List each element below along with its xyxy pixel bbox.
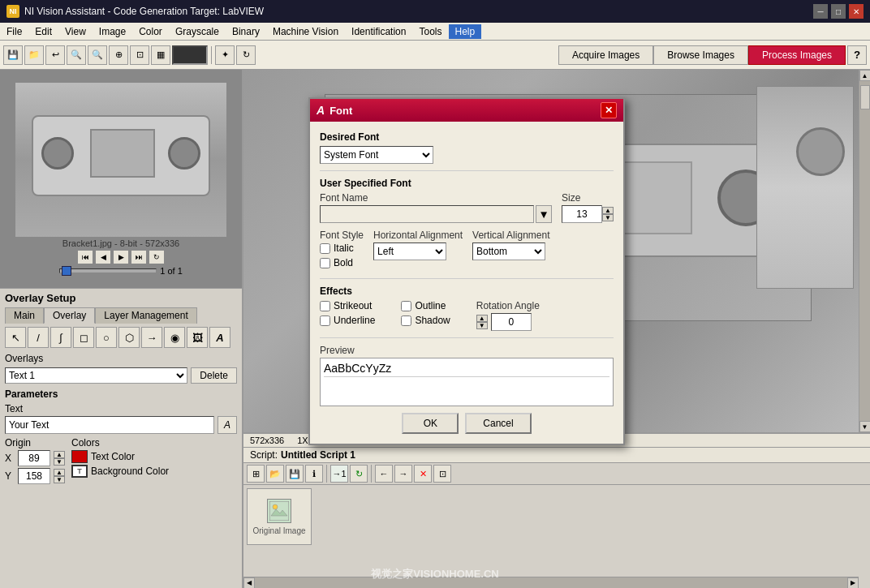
effects-middle-col: Outline Shadow [401,300,450,329]
shadow-checkbox[interactable] [401,315,411,326]
underline-row: Underline [320,315,375,326]
dialog-title-icon: A [317,104,325,117]
outline-row: Outline [401,300,450,311]
italic-label: Italic [334,242,354,254]
size-label: Size [562,192,614,204]
cancel-button[interactable]: Cancel [465,413,531,434]
effects-label: Effects [320,285,614,297]
preview-line [324,376,609,377]
divider-3 [320,337,614,338]
size-col: Size ▲ ▼ [562,192,614,223]
italic-row: Italic [320,242,364,254]
divider-2 [320,278,614,279]
v-align-select[interactable]: Top Center Bottom [472,242,545,260]
dialog-titlebar: A Font ✕ [310,99,623,122]
size-up[interactable]: ▲ [602,207,614,214]
rotation-spinner[interactable]: ▲ ▼ [476,315,488,329]
dialog-overlay: A Font ✕ Desired Font System Font User S… [0,0,870,588]
font-style-label: Font Style [320,230,364,241]
bold-checkbox[interactable] [320,258,330,268]
preview-field: Preview AaBbCcYyZz [320,345,614,406]
font-style-col: Font Style Italic Bold [320,230,364,272]
font-name-label: Font Name [320,192,552,204]
shadow-row: Shadow [401,315,450,326]
rotation-row: ▲ ▼ [476,313,540,331]
v-align-col: Vertical Alignment Top Center Bottom [472,230,549,260]
divider-1 [320,170,614,171]
outline-checkbox[interactable] [401,301,411,311]
dialog-buttons: OK Cancel [320,413,614,434]
strikeout-label: Strikeout [334,300,372,311]
v-align-label: Vertical Alignment [472,230,549,241]
preview-box: AaBbCcYyZz [320,358,614,406]
size-spinner[interactable]: ▲ ▼ [602,207,614,221]
h-align-label: Horizontal Alignment [373,230,463,241]
desired-font-select[interactable]: System Font [320,146,433,164]
effects-left-col: Strikeout Underline [320,300,375,329]
italic-checkbox[interactable] [320,243,330,254]
rotation-col: Rotation Angle ▲ ▼ [476,300,540,331]
strikeout-checkbox[interactable] [320,301,330,311]
dialog-close-button[interactable]: ✕ [601,102,617,118]
size-down[interactable]: ▼ [602,214,614,221]
dialog-title: A Font [317,104,352,117]
bold-row: Bold [320,257,364,268]
h-align-col: Horizontal Alignment Left Center Right [373,230,463,260]
font-name-dropdown[interactable]: ▼ [536,205,552,223]
font-dialog: A Font ✕ Desired Font System Font User S… [308,97,625,445]
effects-row: Strikeout Underline Outline Shadow [320,300,614,331]
dialog-title-text: Font [329,105,352,117]
rotation-up[interactable]: ▲ [476,315,488,322]
font-name-size-row: Font Name ▼ Size ▲ ▼ [320,192,614,223]
font-name-col: Font Name ▼ [320,192,552,223]
size-input[interactable] [562,205,602,223]
preview-text: AaBbCcYyZz [324,362,391,375]
h-align-select[interactable]: Left Center Right [373,242,446,260]
font-name-input[interactable] [320,205,534,223]
underline-label: Underline [334,315,375,326]
style-align-row: Font Style Italic Bold Horizontal Alignm… [320,230,614,272]
ok-button[interactable]: OK [402,413,459,434]
rotation-input[interactable] [491,313,532,331]
desired-font-label: Desired Font [320,131,614,143]
rotation-label: Rotation Angle [476,300,540,311]
underline-checkbox[interactable] [320,315,330,326]
dialog-body: Desired Font System Font User Specified … [310,122,623,444]
desired-font-field: Desired Font System Font [320,131,614,164]
shadow-label: Shadow [415,315,450,326]
user-specified-label: User Specified Font [320,178,614,189]
strikeout-row: Strikeout [320,300,375,311]
outline-label: Outline [415,300,446,311]
bold-label: Bold [334,257,353,268]
rotation-down[interactable]: ▼ [476,322,488,329]
preview-label: Preview [320,345,614,356]
